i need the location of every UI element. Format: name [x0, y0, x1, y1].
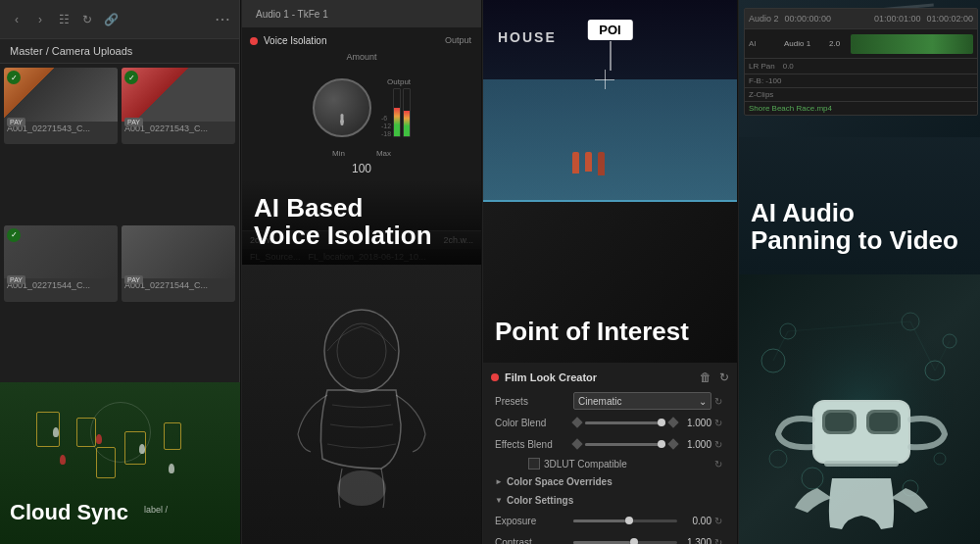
flc-effects-blend-reset[interactable]: ↻	[711, 437, 725, 451]
media-thumb-4[interactable]: PAY A001_02271544_C...	[122, 225, 235, 302]
flc-effects-blend-slider-area	[573, 440, 677, 448]
more-icon[interactable]: ⋯	[214, 11, 231, 28]
media-grid: ✓ PAY A001_02271543_C... ✓ PAY A001_0227…	[0, 64, 239, 382]
chevron-down-icon[interactable]: ‹	[8, 11, 25, 28]
flc-effects-blend-label: Effects Blend	[495, 439, 573, 450]
vr-headset-svg	[754, 282, 969, 537]
ai-audio-title: AI Audio Panning to Video	[751, 199, 958, 255]
flc-color-blend-reset[interactable]: ↻	[711, 416, 725, 429]
film-look-creator: Film Look Creator 🗑 ↻ Presets Cinematic …	[483, 363, 737, 544]
media-thumb-2[interactable]: ✓ PAY A001_02271543_C...	[122, 68, 235, 144]
svg-point-0	[324, 310, 399, 392]
grid-icon[interactable]: ☷	[55, 11, 73, 28]
ae-fb-controls: F-B: -100	[745, 74, 977, 87]
hockey-player-2	[585, 152, 592, 172]
ai-audio-label-area: AI Audio Panning to Video	[751, 199, 958, 255]
astronaut-section	[242, 265, 481, 544]
amount-label: Amount	[346, 52, 376, 62]
color-settings-title: Color Settings	[507, 495, 573, 506]
flc-color-blend-label: Color Blend	[495, 418, 573, 428]
media-browser: ‹ › ☷ ↻ 🔗 ⋯ Master / Camera Uploads ✓ PA…	[0, 0, 240, 382]
contrast-value: 1.300	[677, 537, 711, 545]
crosshair	[595, 70, 614, 89]
exposure-reset[interactable]: ↻	[711, 514, 725, 527]
detection-box-5	[96, 447, 116, 478]
color-settings-header[interactable]: ▼ Color Settings	[491, 491, 729, 510]
pay-badge-3: PAY	[7, 275, 25, 284]
ae-time-start: 00:00:00:00	[785, 14, 832, 24]
contrast-fill	[573, 541, 630, 544]
db-labels: -6 -12 -18	[381, 115, 391, 137]
house-sign: HOUSE	[498, 29, 557, 45]
audio-editor: Audio 2 00:00:00:00 01:00:01:00 01:00:02…	[744, 8, 978, 116]
flc-color-blend-slider-area	[573, 419, 677, 426]
amount-knob[interactable]	[313, 78, 371, 137]
flc-color-blend-slider[interactable]	[585, 421, 665, 424]
player-5	[169, 464, 174, 473]
color-space-arrow-icon: ►	[495, 477, 503, 486]
min-label: Min	[332, 149, 345, 158]
contrast-slider-area	[573, 541, 677, 544]
panel-voice-isolation: Audio 1 - TkFe 1 Voice Isolation Output …	[241, 0, 481, 544]
sdlut-reset[interactable]: ↻	[711, 457, 725, 470]
flc-delete-icon[interactable]: 🗑	[700, 371, 711, 384]
max-label: Max	[376, 149, 391, 158]
thumb-image-3	[4, 225, 118, 279]
flc-color-blend-diamond[interactable]	[571, 417, 582, 427]
aerial-bg: Audio 2 00:00:00:00 01:00:01:00 01:00:02…	[739, 0, 980, 274]
audio-panning-section: Audio 2 00:00:00:00 01:00:01:00 01:00:02…	[739, 0, 980, 274]
link-icon[interactable]: 🔗	[102, 11, 120, 28]
chevron-up-icon[interactable]: ›	[31, 11, 49, 28]
mixer-header: Audio 1 - TkFe 1	[242, 0, 481, 27]
level-meters: Output -6 -12 -18	[381, 77, 411, 137]
poi-connector-line	[610, 41, 611, 71]
flc-effects-blend-thumb	[658, 440, 665, 448]
knob-area: Output -6 -12 -18	[313, 77, 411, 137]
media-thumb-3[interactable]: ✓ PAY A001_02271544_C...	[4, 225, 118, 302]
ae-track-label: AI	[749, 39, 778, 48]
astronaut-wireframe-svg	[273, 297, 450, 513]
exposure-thumb	[625, 517, 633, 524]
sdlut-checkbox[interactable]	[528, 458, 540, 470]
refresh-icon[interactable]: ↻	[78, 11, 96, 28]
contrast-reset[interactable]: ↻	[711, 535, 725, 544]
pay-badge-2: PAY	[124, 118, 143, 126]
svg-rect-23	[824, 461, 899, 467]
film-look-creator-section: Film Look Creator 🗑 ↻ Presets Cinematic …	[483, 363, 737, 544]
exposure-slider-area	[573, 519, 677, 522]
ae-z-clips-label: Z-Clips	[749, 90, 773, 99]
poi-title: Point of Interest	[495, 317, 689, 347]
player-1	[53, 427, 59, 437]
ae-z-controls: Z-Clips	[745, 87, 977, 101]
flc-effects-blend-diamond[interactable]	[571, 438, 582, 449]
flc-presets-reset[interactable]: ↻	[711, 394, 725, 408]
detection-box-4	[164, 422, 181, 450]
ae-time-end: 01:00:02:00	[926, 14, 973, 24]
flc-color-blend-row: Color Blend 1.000 ↻	[491, 412, 729, 433]
contrast-slider[interactable]	[573, 541, 677, 544]
contrast-row: Contrast 1.300 ↻	[491, 531, 729, 544]
thumb-image-1	[4, 68, 118, 122]
exposure-label: Exposure	[495, 516, 573, 526]
vr-headset-bg	[739, 274, 980, 544]
media-thumb-1[interactable]: ✓ PAY A001_02271543_C...	[4, 68, 118, 144]
flc-presets-value: Cinematic	[578, 396, 621, 407]
color-space-title: Color Space Overrides	[507, 476, 612, 487]
ai-voice-label-area: AI Based Voice Isolation	[242, 179, 481, 265]
flc-reset-icon[interactable]: ↻	[719, 371, 729, 384]
poi-label: POI	[587, 20, 632, 40]
cloud-sync-title: Cloud Sync	[10, 501, 128, 524]
detection-box-2	[76, 418, 96, 447]
hockey-ice	[483, 79, 737, 199]
color-space-header[interactable]: ► Color Space Overrides	[491, 472, 729, 491]
pay-badge-1: PAY	[7, 118, 25, 126]
flc-chevron-icon: ⌄	[699, 396, 707, 407]
flc-effects-blend-row: Effects Blend 1.000 ↻	[491, 433, 729, 455]
flc-effects-blend-slider[interactable]	[585, 443, 665, 446]
flc-presets-select[interactable]: Cinematic ⌄	[573, 392, 711, 410]
breadcrumb: Master / Camera Uploads	[0, 39, 239, 64]
exposure-slider[interactable]	[573, 519, 677, 522]
svg-rect-21	[825, 413, 854, 431]
ae-fval2: 0.0	[783, 62, 794, 71]
vi-title-text: Voice Isolation	[264, 35, 327, 46]
